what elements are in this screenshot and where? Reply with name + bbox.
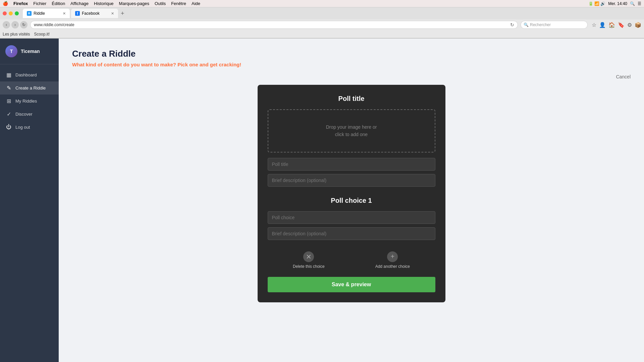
menubar: 🍎 Firefox Fichier Édition Affichage Hist… — [0, 0, 644, 7]
discover-icon: ✓ — [5, 111, 12, 117]
fullscreen-window-button[interactable] — [15, 11, 19, 15]
sidebar-nav: ▦ Dashboard ✎ Create a Riddle ⊞ My Riddl… — [0, 64, 59, 137]
sidebar-user: T Ticeman — [0, 39, 59, 64]
settings-icon[interactable]: ⚙ — [627, 22, 632, 28]
delete-choice-button[interactable]: ✕ Delete this choice — [293, 251, 325, 269]
save-preview-button[interactable]: Save & preview — [268, 277, 435, 292]
tab-riddle-close[interactable]: ✕ — [63, 11, 66, 16]
tab-riddle-label: Riddle — [34, 11, 45, 16]
choice-actions: ✕ Delete this choice + Add another choic… — [268, 249, 435, 269]
menu-aide[interactable]: Aide — [192, 1, 200, 6]
menu-affichage[interactable]: Affichage — [70, 1, 89, 6]
tab-facebook[interactable]: f Facebook ✕ — [71, 9, 118, 18]
sidebar-item-label: Log out — [15, 125, 30, 130]
nav-buttons: ‹ › ↻ — [3, 21, 28, 28]
sidebar-item-my-riddles[interactable]: ⊞ My Riddles — [0, 95, 59, 108]
refresh-icon[interactable]: ↻ — [510, 22, 514, 27]
riddle-favicon: R — [27, 11, 32, 16]
bookmarks-bar: Les plus visités Scoop.it! — [0, 30, 644, 38]
cancel-button[interactable]: Cancel — [616, 74, 631, 79]
poll-choice-input[interactable] — [268, 211, 435, 224]
avatar: T — [5, 45, 17, 57]
minimize-window-button[interactable] — [9, 11, 13, 15]
menu-edition[interactable]: Édition — [52, 1, 65, 6]
sidebar-item-create[interactable]: ✎ Create a Riddle — [0, 81, 59, 95]
close-window-button[interactable] — [3, 11, 7, 15]
sidebar-item-logout[interactable]: ⏻ Log out — [0, 121, 59, 133]
extensions-icon[interactable]: 📦 — [635, 22, 641, 28]
user-icon[interactable]: 👤 — [599, 22, 606, 28]
address-bar-icons: ↻ — [510, 22, 514, 27]
poll-description-input[interactable] — [268, 174, 435, 187]
page-title: Create a Riddle — [72, 49, 631, 59]
user-name: Ticeman — [21, 49, 40, 54]
star-icon[interactable]: ☆ — [592, 22, 596, 28]
menu-firefox[interactable]: Firefox — [13, 1, 28, 6]
sidebar-item-label: Discover — [15, 112, 33, 117]
browser-chrome: R Riddle ✕ f Facebook ✕ + ‹ › ↻ www.ridd… — [0, 7, 644, 39]
sidebar-item-label: Create a Riddle — [15, 85, 46, 90]
window-controls — [3, 11, 19, 15]
poll-title-input[interactable] — [268, 158, 435, 171]
menubar-apps-icon[interactable]: ☰ — [638, 1, 641, 6]
poll-title-heading: Poll title — [268, 95, 435, 103]
apple-menu[interactable]: 🍎 — [3, 1, 8, 6]
poll-choice-heading: Poll choice 1 — [268, 197, 435, 204]
page-subtitle: What kind of content do you want to make… — [72, 62, 631, 67]
poll-card: Poll title Drop your image here orclick … — [258, 85, 445, 302]
forward-button[interactable]: › — [11, 21, 19, 28]
browser-toolbar-icons: ☆ 👤 🏠 🔖 ⚙ 📦 — [592, 22, 641, 28]
back-button[interactable]: ‹ — [3, 21, 10, 28]
add-choice-label: Add another choice — [375, 264, 410, 269]
address-bar-row: ‹ › ↻ www.riddle.com/create ↻ 🔍 Recherch… — [0, 19, 644, 30]
menu-fenetre[interactable]: Fenêtre — [171, 1, 186, 6]
sidebar-item-discover[interactable]: ✓ Discover — [0, 108, 59, 121]
menubar-icons: 🔋 📶 🔊 — [588, 1, 606, 6]
home-icon[interactable]: 🏠 — [608, 22, 615, 28]
search-icon: 🔍 — [524, 22, 529, 27]
bookmark-most-visited[interactable]: Les plus visités — [3, 32, 30, 37]
search-placeholder: Rechercher — [530, 22, 551, 27]
new-tab-button[interactable]: + — [121, 10, 124, 17]
app-layout: T Ticeman ▦ Dashboard ✎ Create a Riddle … — [0, 39, 644, 362]
tab-riddle[interactable]: R Riddle ✕ — [23, 9, 70, 18]
menu-marques-pages[interactable]: Marques-pages — [119, 1, 149, 6]
sidebar-item-label: Dashboard — [15, 72, 37, 77]
url-display: www.riddle.com/create — [34, 22, 74, 27]
delete-choice-label: Delete this choice — [293, 264, 325, 269]
image-drop-zone[interactable]: Drop your image here orclick to add one — [268, 109, 435, 153]
delete-icon: ✕ — [303, 251, 314, 262]
bookmark-icon[interactable]: 🔖 — [618, 22, 625, 28]
main-content: Create a Riddle What kind of content do … — [59, 39, 644, 362]
menu-fichier[interactable]: Fichier — [33, 1, 46, 6]
sidebar-item-label: My Riddles — [15, 99, 37, 104]
search-bar[interactable]: 🔍 Rechercher — [521, 21, 588, 29]
add-icon: + — [387, 251, 398, 262]
add-choice-button[interactable]: + Add another choice — [375, 251, 410, 269]
menubar-time: Mer. 14:40 — [608, 1, 627, 6]
menu-historique[interactable]: Historique — [94, 1, 114, 6]
image-drop-text: Drop your image here orclick to add one — [326, 124, 377, 137]
sidebar-item-dashboard[interactable]: ▦ Dashboard — [0, 68, 59, 81]
facebook-favicon: f — [75, 11, 80, 16]
reload-button[interactable]: ↻ — [20, 21, 28, 28]
grid-icon: ⊞ — [5, 98, 12, 104]
bookmark-scoopit[interactable]: Scoop.it! — [34, 32, 50, 37]
dashboard-icon: ▦ — [5, 72, 12, 78]
tab-bar: R Riddle ✕ f Facebook ✕ + — [0, 7, 644, 19]
cancel-row: Cancel — [72, 74, 631, 79]
logout-icon: ⏻ — [5, 124, 12, 130]
menubar-search-icon[interactable]: 🔍 — [630, 1, 635, 6]
address-bar[interactable]: www.riddle.com/create ↻ — [30, 21, 518, 29]
menu-outils[interactable]: Outils — [155, 1, 166, 6]
sidebar: T Ticeman ▦ Dashboard ✎ Create a Riddle … — [0, 39, 59, 362]
tab-facebook-label: Facebook — [82, 11, 100, 16]
poll-choice-desc-input[interactable] — [268, 227, 435, 240]
create-icon: ✎ — [5, 85, 12, 91]
tab-facebook-close[interactable]: ✕ — [111, 11, 114, 16]
poll-choice-section: Poll choice 1 ✕ Delete this choice + Add… — [268, 197, 435, 269]
